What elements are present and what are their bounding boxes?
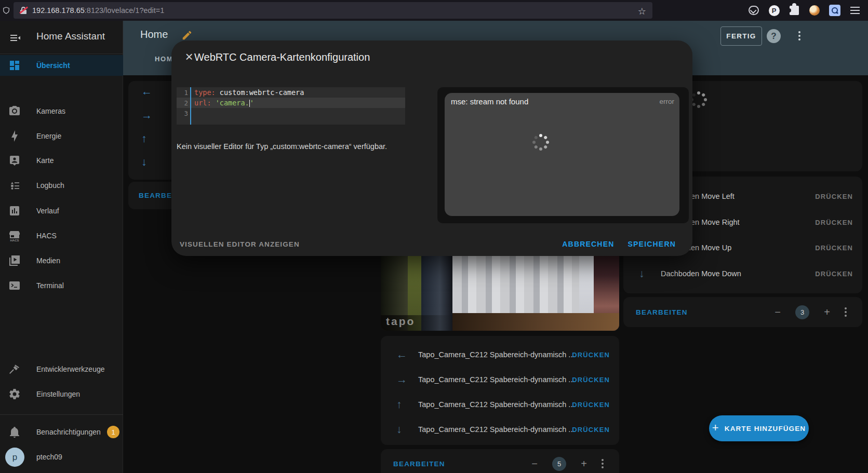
plus-icon: +: [712, 421, 719, 435]
gear-icon: [8, 388, 21, 400]
sidebar-item-kameras[interactable]: Kameras: [0, 101, 123, 121]
yaml-code-editor[interactable]: 1 type: custom:webrtc-camera 2 url: 'cam…: [177, 87, 405, 125]
press-button[interactable]: DRÜCKEN: [572, 401, 610, 409]
arrow-down-icon: ↓: [639, 267, 645, 280]
sidebar-item-entwicklerwerkzeuge[interactable]: Entwicklerwerkzeuge: [0, 359, 123, 380]
sidebar-item-energie[interactable]: Energie: [0, 126, 123, 146]
show-visual-editor-button[interactable]: VISUELLEN EDITOR ANZEIGEN: [180, 240, 300, 248]
entity-row[interactable]: ↓ Tapo_Camera_C212 Spabereich-dynamisch …: [381, 417, 619, 442]
dialog-title: WebRTC Camera-Kartenkonfiguration: [194, 51, 370, 63]
sidebar-header: Home Assistant: [0, 21, 123, 54]
sidebar-item-logbuch[interactable]: Logbuch: [0, 175, 123, 196]
arrow-left-icon[interactable]: ←: [141, 85, 152, 98]
editor-guide-line: [190, 108, 191, 118]
done-button[interactable]: FERTIG: [720, 26, 762, 46]
center-edit-bar: BEARBEITEN − 5 +: [381, 449, 619, 473]
arrow-right-icon[interactable]: →: [141, 109, 152, 121]
sidebar-item-einstellungen[interactable]: Einstellungen: [0, 384, 123, 404]
more-options-icon[interactable]: [845, 307, 847, 317]
press-button[interactable]: DRÜCKEN: [815, 219, 853, 226]
sidebar-item-benachrichtigungen[interactable]: Benachrichtigungen: [0, 422, 123, 442]
arrow-up-icon[interactable]: ↑: [141, 132, 147, 145]
center-card-stepper: − 5 +: [529, 457, 604, 471]
no-visual-editor-hint: Kein visueller Editor für Typ „custom:we…: [177, 142, 387, 151]
camera-icon: [8, 105, 21, 117]
browser-menu-icon[interactable]: [849, 5, 861, 16]
entity-row[interactable]: ← Tapo_Camera_C212 Spabereich-dynamisch …: [381, 342, 619, 367]
code-line-1[interactable]: 1 type: custom:webrtc-camera: [177, 87, 405, 98]
decrease-button[interactable]: −: [529, 458, 540, 470]
center-count-badge: 5: [552, 457, 566, 471]
camera-image-wood: [452, 313, 619, 331]
dashboard-icon: [8, 59, 21, 72]
decrease-button[interactable]: −: [772, 306, 783, 318]
header-overflow-menu-icon[interactable]: [794, 28, 805, 44]
press-button[interactable]: DRÜCKEN: [815, 270, 853, 278]
editor-padding: [177, 118, 405, 125]
notification-badge: 1: [107, 426, 119, 438]
search-extension-icon[interactable]: [829, 5, 840, 16]
press-button[interactable]: DRÜCKEN: [815, 193, 853, 200]
shield-permissions-icon[interactable]: [2, 6, 10, 15]
save-button[interactable]: SPEICHERN: [628, 240, 676, 248]
right-edit-bar: BEARBEITEN − 3 +: [623, 297, 862, 327]
sidebar-item-karte[interactable]: Karte: [0, 150, 123, 171]
code-line-3[interactable]: 3: [177, 108, 405, 118]
profile-extension-icon[interactable]: P: [768, 5, 780, 16]
right-card-stepper: − 3 +: [772, 305, 847, 319]
more-options-icon[interactable]: [602, 459, 604, 468]
error-badge: error: [659, 98, 674, 105]
sidebar-item-uebersicht[interactable]: Übersicht: [0, 55, 123, 76]
sidebar-item-verlauf[interactable]: Verlauf: [0, 200, 123, 221]
url-host[interactable]: 192.168.178.65: [32, 6, 85, 15]
code-line-2[interactable]: 2 url: 'camera.': [177, 98, 405, 108]
sidebar-item-hacs[interactable]: HACS HACS: [0, 225, 123, 246]
sidebar-item-terminal[interactable]: Terminal: [0, 275, 123, 296]
terminal-icon: [8, 279, 21, 292]
bell-icon: [8, 426, 21, 438]
cancel-button[interactable]: ABBRECHEN: [562, 240, 614, 248]
right-edit-button[interactable]: BEARBEITEN: [636, 308, 688, 316]
entity-row[interactable]: ↑ Tapo_Camera_C212 Spabereich-dynamisch …: [381, 392, 619, 417]
puzzle-extension-icon[interactable]: [789, 5, 800, 16]
help-icon[interactable]: ?: [767, 29, 781, 43]
pocket-icon[interactable]: [748, 5, 759, 16]
hacs-store-icon: HACS: [8, 229, 21, 242]
arrow-left-icon: ←: [396, 348, 407, 361]
entity-row[interactable]: ↓ Dachboden Move Down DRÜCKEN: [623, 261, 862, 286]
history-chart-icon: [8, 205, 21, 217]
arrow-down-icon[interactable]: ↓: [141, 156, 147, 168]
url-bar[interactable]: 192.168.178.65:8123/lovelace/1?edit=1 ☆: [14, 2, 652, 19]
sidebar-item-medien[interactable]: Medien: [0, 250, 123, 271]
press-button[interactable]: DRÜCKEN: [572, 376, 610, 384]
menu-toggle-icon[interactable]: [9, 32, 21, 44]
bookmark-star-icon[interactable]: ☆: [638, 6, 646, 17]
center-entity-card: ← Tapo_Camera_C212 Spabereich-dynamisch …: [381, 336, 619, 445]
browser-toolbar: 192.168.178.65:8123/lovelace/1?edit=1 ☆ …: [0, 0, 868, 21]
press-button[interactable]: DRÜCKEN: [815, 244, 853, 252]
edit-title-pencil-icon[interactable]: [181, 30, 193, 41]
sidebar-divider: [0, 414, 123, 415]
add-card-button[interactable]: + KARTE HINZUFÜGEN: [709, 415, 809, 441]
insecure-lock-icon[interactable]: [20, 6, 27, 15]
card-config-dialog: × WebRTC Camera-Kartenkonfiguration 1 ty…: [171, 40, 692, 256]
press-button[interactable]: DRÜCKEN: [572, 426, 610, 434]
preview-loading-spinner: [530, 132, 551, 153]
center-edit-button[interactable]: BEARBEITEN: [393, 460, 445, 468]
press-button[interactable]: DRÜCKEN: [572, 351, 610, 359]
increase-button[interactable]: +: [822, 306, 832, 318]
increase-button[interactable]: +: [579, 458, 589, 470]
page-title: Home: [140, 29, 168, 40]
logbook-list-icon: [8, 179, 21, 192]
media-play-box-icon: [8, 254, 21, 267]
card-preview-container: mse: stream not found error: [437, 87, 689, 223]
arrow-up-icon: ↑: [396, 398, 402, 411]
lightning-icon: [8, 130, 21, 142]
camera-preview: mse: stream not found error: [445, 93, 679, 216]
screen: 192.168.178.65:8123/lovelace/1?edit=1 ☆ …: [0, 0, 868, 473]
entity-row[interactable]: → Tapo_Camera_C212 Spabereich-dynamisch …: [381, 367, 619, 392]
avatar[interactable]: p: [5, 448, 24, 467]
fox-extension-icon[interactable]: [809, 5, 820, 16]
app-title: Home Assistant: [36, 31, 105, 42]
url-path[interactable]: :8123/lovelace/1?edit=1: [85, 6, 165, 15]
